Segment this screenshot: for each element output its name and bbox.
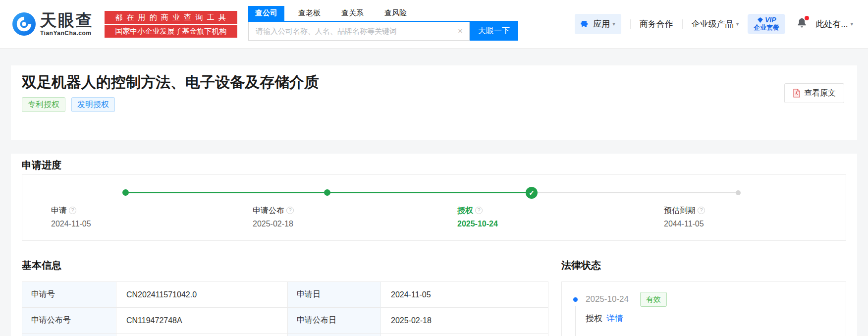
promo-banner-line2: 国家中小企业发展子基金旗下机构 xyxy=(105,25,237,38)
patent-detail-card: 申请进度 ✓ 申请? 2024-11-05 申请公布? 2025-02-18 授… xyxy=(11,154,857,336)
help-icon[interactable]: ? xyxy=(286,207,294,214)
vip-label: VIP xyxy=(765,16,776,24)
table-row xyxy=(22,334,548,336)
chevron-down-icon: ▾ xyxy=(612,21,615,27)
promo-banner-line1: 都 在 用 的 商 业 查 询 工 具 xyxy=(105,11,237,24)
nav-biz-cooperation[interactable]: 商务合作 xyxy=(640,18,673,30)
timeline-node-expiry xyxy=(736,190,741,195)
brand-domain: TianYanCha.com xyxy=(40,30,94,37)
cell-publication-date-label: 申请公布日 xyxy=(288,308,381,333)
help-icon[interactable]: ? xyxy=(69,207,76,214)
header-nav: 应用 ▾ 商务合作 企业级产品 ▾ VIP 企业套餐 xyxy=(575,14,853,34)
step-expiry-date: 2044-11-05 xyxy=(664,220,813,228)
cell-publication-no-label: 申请公布号 xyxy=(22,308,116,333)
search-tab-relation[interactable]: 查关系 xyxy=(334,6,371,21)
user-menu-label: 此处有... xyxy=(815,18,848,30)
cell-publication-date-value: 2025-02-18 xyxy=(381,308,549,333)
search-area: 查公司 查老板 查关系 查风险 × 天眼一下 xyxy=(248,6,518,42)
promo-banner: 都 在 用 的 商 业 查 询 工 具 国家中小企业发展子基金旗下机构 xyxy=(105,11,237,38)
help-icon[interactable]: ? xyxy=(475,207,483,214)
step-filed-label: 申请 xyxy=(51,206,67,215)
page-title: 双足机器人的控制方法、电子设备及存储介质 xyxy=(22,72,319,93)
legal-status-date: 2025-10-24 xyxy=(586,294,629,304)
timeline-node-published xyxy=(324,189,330,196)
divider xyxy=(682,19,683,29)
search-button[interactable]: 天眼一下 xyxy=(470,21,518,41)
section-legal-status-heading: 法律状态 xyxy=(561,259,601,272)
application-progress-timeline: ✓ 申请? 2024-11-05 申请公布? 2025-02-18 授权? 20… xyxy=(22,174,846,241)
step-granted-label: 授权 xyxy=(457,206,473,215)
step-filed-date: 2024-11-05 xyxy=(51,220,200,228)
cell-application-date-label: 申请日 xyxy=(288,282,381,307)
tianyancha-logo[interactable]: 天眼查 TianYanCha.com xyxy=(12,12,94,37)
table-row: 申请公布号 CN119472748A 申请公布日 2025-02-18 xyxy=(22,308,548,334)
search-tab-company[interactable]: 查公司 xyxy=(248,6,284,21)
tag-patent-grant: 专利授权 xyxy=(22,97,65,112)
section-progress-heading: 申请进度 xyxy=(22,159,61,172)
legal-status-badge: 有效 xyxy=(640,292,667,307)
search-tabs: 查公司 查老板 查关系 查风险 xyxy=(248,6,470,22)
notifications-button[interactable] xyxy=(796,17,808,31)
nav-enterprise-products[interactable]: 企业级产品 ▾ xyxy=(692,18,739,30)
timeline-node-filed xyxy=(122,189,129,196)
table-row: 申请号 CN202411571042.0 申请日 2024-11-05 xyxy=(22,282,548,308)
search-tab-boss[interactable]: 查老板 xyxy=(291,6,327,21)
timeline-segment-future xyxy=(532,192,738,193)
step-expiry-label: 预估到期 xyxy=(664,206,696,215)
puzzle-icon xyxy=(581,20,590,29)
legal-status-panel: 2025-10-24 有效 授权详情 xyxy=(561,281,846,336)
divider xyxy=(630,19,631,29)
vip-sub-label: 企业套餐 xyxy=(754,24,779,32)
step-published-date: 2025-02-18 xyxy=(253,220,401,228)
view-original-button[interactable]: 查看原文 xyxy=(784,83,844,103)
apps-label: 应用 xyxy=(593,18,610,30)
help-icon[interactable]: ? xyxy=(698,207,705,214)
apps-menu[interactable]: 应用 ▾ xyxy=(575,14,621,34)
notification-badge xyxy=(805,16,809,20)
clear-icon[interactable]: × xyxy=(455,26,465,36)
cell-application-no-label: 申请号 xyxy=(22,282,116,307)
chevron-down-icon: ▾ xyxy=(736,21,739,27)
cell-publication-no-value: CN119472748A xyxy=(116,308,288,333)
tianyancha-logo-icon xyxy=(12,12,36,36)
user-menu[interactable]: 此处有... ▾ xyxy=(815,18,853,30)
vip-package-button[interactable]: VIP 企业套餐 xyxy=(748,14,785,34)
cell-application-date-value: 2024-11-05 xyxy=(381,282,549,307)
timeline-dot-icon xyxy=(573,297,578,302)
chevron-down-icon: ▾ xyxy=(850,21,853,27)
basic-info-table: 申请号 CN202411571042.0 申请日 2024-11-05 申请公布… xyxy=(22,281,548,336)
timeline-node-granted-check-icon: ✓ xyxy=(526,187,538,199)
legal-event-label: 授权 xyxy=(586,314,602,323)
legal-detail-link[interactable]: 详情 xyxy=(606,314,623,323)
section-basic-info-heading: 基本信息 xyxy=(22,259,61,272)
search-input[interactable] xyxy=(248,22,470,41)
step-published-label: 申请公布 xyxy=(253,206,284,215)
search-tab-risk[interactable]: 查风险 xyxy=(378,6,414,21)
tag-invention-grant: 发明授权 xyxy=(71,97,115,112)
step-granted-date: 2025-10-24 xyxy=(457,220,606,228)
cell-application-no-value: CN202411571042.0 xyxy=(116,282,288,307)
patent-title-card: 双足机器人的控制方法、电子设备及存储介质 专利授权 发明授权 查看原文 xyxy=(11,65,857,140)
pdf-icon xyxy=(793,89,801,98)
timeline-connector xyxy=(575,306,576,336)
vip-diamond-icon xyxy=(757,17,763,23)
top-header: 天眼查 TianYanCha.com 都 在 用 的 商 业 查 询 工 具 国… xyxy=(0,0,868,49)
brand-name: 天眼查 xyxy=(40,12,94,28)
